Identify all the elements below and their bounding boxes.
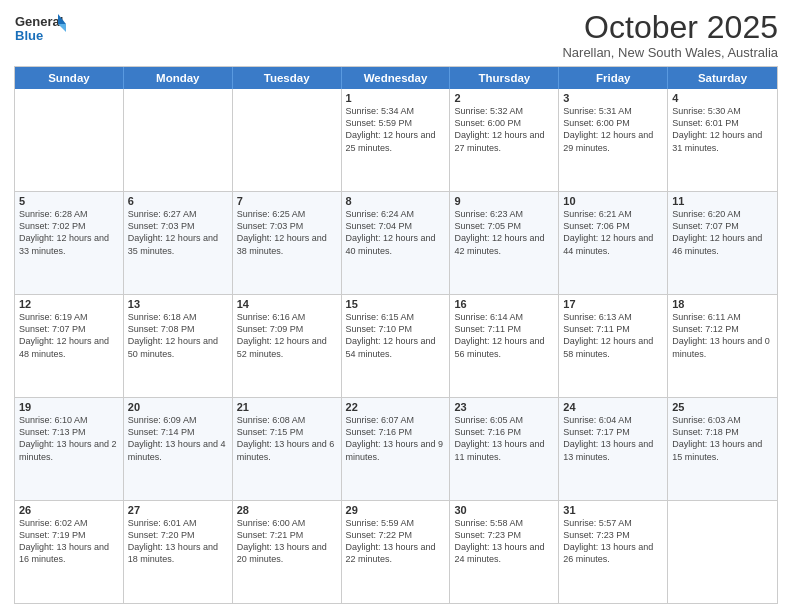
calendar-body: 1Sunrise: 5:34 AM Sunset: 5:59 PM Daylig… <box>15 89 777 603</box>
cell-info: Sunrise: 6:01 AM Sunset: 7:20 PM Dayligh… <box>128 517 228 566</box>
calendar-cell: 4Sunrise: 5:30 AM Sunset: 6:01 PM Daylig… <box>668 89 777 191</box>
cell-info: Sunrise: 6:07 AM Sunset: 7:16 PM Dayligh… <box>346 414 446 463</box>
calendar-cell: 9Sunrise: 6:23 AM Sunset: 7:05 PM Daylig… <box>450 192 559 294</box>
cell-info: Sunrise: 6:11 AM Sunset: 7:12 PM Dayligh… <box>672 311 773 360</box>
cell-info: Sunrise: 5:32 AM Sunset: 6:00 PM Dayligh… <box>454 105 554 154</box>
day-number: 3 <box>563 92 663 104</box>
calendar-cell <box>15 89 124 191</box>
location: Narellan, New South Wales, Australia <box>562 45 778 60</box>
calendar-cell: 2Sunrise: 5:32 AM Sunset: 6:00 PM Daylig… <box>450 89 559 191</box>
day-number: 1 <box>346 92 446 104</box>
calendar-cell: 25Sunrise: 6:03 AM Sunset: 7:18 PM Dayli… <box>668 398 777 500</box>
calendar-cell: 3Sunrise: 5:31 AM Sunset: 6:00 PM Daylig… <box>559 89 668 191</box>
day-number: 11 <box>672 195 773 207</box>
day-number: 2 <box>454 92 554 104</box>
cell-info: Sunrise: 6:08 AM Sunset: 7:15 PM Dayligh… <box>237 414 337 463</box>
day-number: 31 <box>563 504 663 516</box>
day-number: 19 <box>19 401 119 413</box>
day-number: 28 <box>237 504 337 516</box>
calendar: SundayMondayTuesdayWednesdayThursdayFrid… <box>14 66 778 604</box>
calendar-cell: 26Sunrise: 6:02 AM Sunset: 7:19 PM Dayli… <box>15 501 124 603</box>
cell-info: Sunrise: 6:02 AM Sunset: 7:19 PM Dayligh… <box>19 517 119 566</box>
calendar-cell: 19Sunrise: 6:10 AM Sunset: 7:13 PM Dayli… <box>15 398 124 500</box>
calendar-header-cell: Sunday <box>15 67 124 89</box>
cell-info: Sunrise: 6:19 AM Sunset: 7:07 PM Dayligh… <box>19 311 119 360</box>
cell-info: Sunrise: 5:59 AM Sunset: 7:22 PM Dayligh… <box>346 517 446 566</box>
month-title: October 2025 <box>562 10 778 45</box>
cell-info: Sunrise: 5:30 AM Sunset: 6:01 PM Dayligh… <box>672 105 773 154</box>
calendar-cell: 18Sunrise: 6:11 AM Sunset: 7:12 PM Dayli… <box>668 295 777 397</box>
calendar-header-cell: Friday <box>559 67 668 89</box>
day-number: 6 <box>128 195 228 207</box>
calendar-cell: 5Sunrise: 6:28 AM Sunset: 7:02 PM Daylig… <box>15 192 124 294</box>
calendar-header-cell: Monday <box>124 67 233 89</box>
cell-info: Sunrise: 6:04 AM Sunset: 7:17 PM Dayligh… <box>563 414 663 463</box>
calendar-cell: 30Sunrise: 5:58 AM Sunset: 7:23 PM Dayli… <box>450 501 559 603</box>
calendar-cell: 8Sunrise: 6:24 AM Sunset: 7:04 PM Daylig… <box>342 192 451 294</box>
calendar-cell: 6Sunrise: 6:27 AM Sunset: 7:03 PM Daylig… <box>124 192 233 294</box>
calendar-cell: 24Sunrise: 6:04 AM Sunset: 7:17 PM Dayli… <box>559 398 668 500</box>
cell-info: Sunrise: 5:57 AM Sunset: 7:23 PM Dayligh… <box>563 517 663 566</box>
cell-info: Sunrise: 6:13 AM Sunset: 7:11 PM Dayligh… <box>563 311 663 360</box>
calendar-row: 26Sunrise: 6:02 AM Sunset: 7:19 PM Dayli… <box>15 500 777 603</box>
calendar-cell: 31Sunrise: 5:57 AM Sunset: 7:23 PM Dayli… <box>559 501 668 603</box>
calendar-cell: 20Sunrise: 6:09 AM Sunset: 7:14 PM Dayli… <box>124 398 233 500</box>
day-number: 20 <box>128 401 228 413</box>
cell-info: Sunrise: 6:23 AM Sunset: 7:05 PM Dayligh… <box>454 208 554 257</box>
calendar-row: 19Sunrise: 6:10 AM Sunset: 7:13 PM Dayli… <box>15 397 777 500</box>
title-block: October 2025 Narellan, New South Wales, … <box>562 10 778 60</box>
cell-info: Sunrise: 6:00 AM Sunset: 7:21 PM Dayligh… <box>237 517 337 566</box>
day-number: 12 <box>19 298 119 310</box>
calendar-cell: 13Sunrise: 6:18 AM Sunset: 7:08 PM Dayli… <box>124 295 233 397</box>
cell-info: Sunrise: 5:31 AM Sunset: 6:00 PM Dayligh… <box>563 105 663 154</box>
calendar-cell: 1Sunrise: 5:34 AM Sunset: 5:59 PM Daylig… <box>342 89 451 191</box>
calendar-header: SundayMondayTuesdayWednesdayThursdayFrid… <box>15 67 777 89</box>
day-number: 14 <box>237 298 337 310</box>
calendar-cell: 28Sunrise: 6:00 AM Sunset: 7:21 PM Dayli… <box>233 501 342 603</box>
day-number: 24 <box>563 401 663 413</box>
calendar-cell: 7Sunrise: 6:25 AM Sunset: 7:03 PM Daylig… <box>233 192 342 294</box>
day-number: 29 <box>346 504 446 516</box>
calendar-cell: 27Sunrise: 6:01 AM Sunset: 7:20 PM Dayli… <box>124 501 233 603</box>
calendar-cell: 22Sunrise: 6:07 AM Sunset: 7:16 PM Dayli… <box>342 398 451 500</box>
day-number: 4 <box>672 92 773 104</box>
cell-info: Sunrise: 6:28 AM Sunset: 7:02 PM Dayligh… <box>19 208 119 257</box>
day-number: 30 <box>454 504 554 516</box>
day-number: 23 <box>454 401 554 413</box>
calendar-cell: 11Sunrise: 6:20 AM Sunset: 7:07 PM Dayli… <box>668 192 777 294</box>
calendar-cell: 21Sunrise: 6:08 AM Sunset: 7:15 PM Dayli… <box>233 398 342 500</box>
cell-info: Sunrise: 6:24 AM Sunset: 7:04 PM Dayligh… <box>346 208 446 257</box>
calendar-row: 12Sunrise: 6:19 AM Sunset: 7:07 PM Dayli… <box>15 294 777 397</box>
day-number: 13 <box>128 298 228 310</box>
day-number: 10 <box>563 195 663 207</box>
cell-info: Sunrise: 5:34 AM Sunset: 5:59 PM Dayligh… <box>346 105 446 154</box>
cell-info: Sunrise: 6:15 AM Sunset: 7:10 PM Dayligh… <box>346 311 446 360</box>
day-number: 27 <box>128 504 228 516</box>
cell-info: Sunrise: 6:03 AM Sunset: 7:18 PM Dayligh… <box>672 414 773 463</box>
day-number: 17 <box>563 298 663 310</box>
calendar-header-cell: Tuesday <box>233 67 342 89</box>
calendar-header-cell: Wednesday <box>342 67 451 89</box>
calendar-cell: 10Sunrise: 6:21 AM Sunset: 7:06 PM Dayli… <box>559 192 668 294</box>
svg-text:General: General <box>15 14 63 29</box>
day-number: 26 <box>19 504 119 516</box>
calendar-cell <box>233 89 342 191</box>
calendar-cell: 14Sunrise: 6:16 AM Sunset: 7:09 PM Dayli… <box>233 295 342 397</box>
header: General Blue October 2025 Narellan, New … <box>14 10 778 60</box>
cell-info: Sunrise: 6:14 AM Sunset: 7:11 PM Dayligh… <box>454 311 554 360</box>
cell-info: Sunrise: 6:27 AM Sunset: 7:03 PM Dayligh… <box>128 208 228 257</box>
day-number: 7 <box>237 195 337 207</box>
calendar-header-cell: Thursday <box>450 67 559 89</box>
calendar-row: 5Sunrise: 6:28 AM Sunset: 7:02 PM Daylig… <box>15 191 777 294</box>
calendar-cell: 23Sunrise: 6:05 AM Sunset: 7:16 PM Dayli… <box>450 398 559 500</box>
day-number: 15 <box>346 298 446 310</box>
day-number: 5 <box>19 195 119 207</box>
calendar-header-cell: Saturday <box>668 67 777 89</box>
cell-info: Sunrise: 6:09 AM Sunset: 7:14 PM Dayligh… <box>128 414 228 463</box>
svg-text:Blue: Blue <box>15 28 43 43</box>
logo: General Blue <box>14 10 66 56</box>
cell-info: Sunrise: 6:05 AM Sunset: 7:16 PM Dayligh… <box>454 414 554 463</box>
calendar-cell: 29Sunrise: 5:59 AM Sunset: 7:22 PM Dayli… <box>342 501 451 603</box>
cell-info: Sunrise: 6:25 AM Sunset: 7:03 PM Dayligh… <box>237 208 337 257</box>
day-number: 25 <box>672 401 773 413</box>
